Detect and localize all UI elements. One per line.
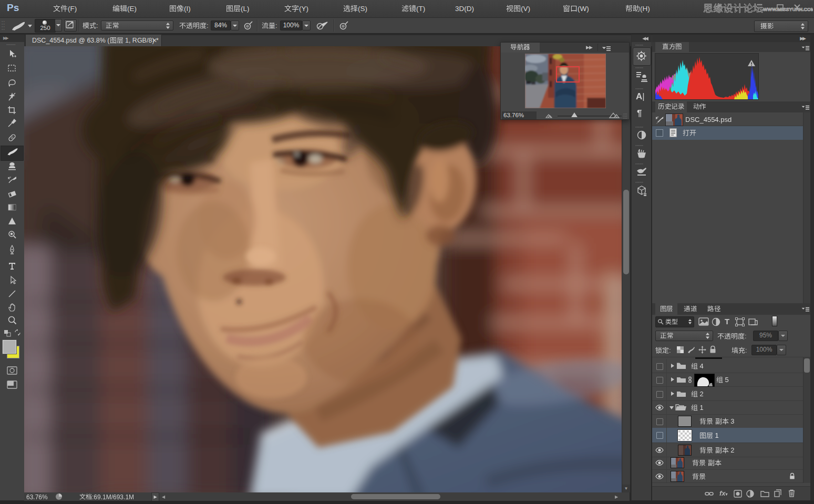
svg-text:▾: ▾ — [748, 495, 750, 498]
